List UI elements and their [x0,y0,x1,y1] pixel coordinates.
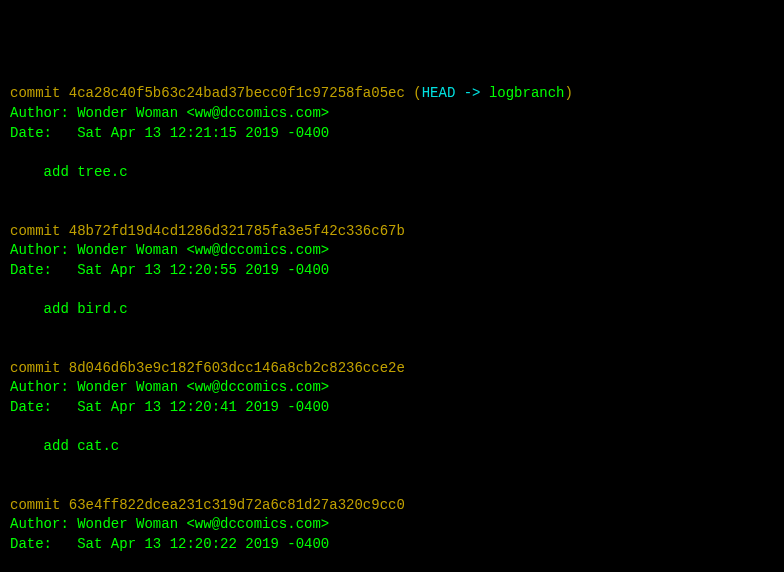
date-prefix: Date: [10,125,77,141]
date-prefix: Date: [10,399,77,415]
commit-message: add bird.c [10,301,128,317]
date-line: Date: Sat Apr 13 12:20:41 2019 -0400 [10,399,329,415]
date-value: Sat Apr 13 12:20:55 2019 -0400 [77,262,329,278]
author-line: Author: Wonder Woman <ww@dccomics.com> [10,242,329,258]
date-prefix: Date: [10,536,77,552]
commit-entry: commit 48b72fd19d4cd1286d321785fa3e5f42c… [10,222,774,340]
commit-prefix: commit [10,85,69,101]
author-value: Wonder Woman <ww@dccomics.com> [77,516,329,532]
date-line: Date: Sat Apr 13 12:21:15 2019 -0400 [10,125,329,141]
date-line: Date: Sat Apr 13 12:20:55 2019 -0400 [10,262,329,278]
commit-prefix: commit [10,223,69,239]
date-value: Sat Apr 13 12:20:41 2019 -0400 [77,399,329,415]
commit-line: commit 8d046d6b3e9c182f603dcc146a8cb2c82… [10,360,405,376]
commit-line: commit 4ca28c40f5b63c24bad37becc0f1c9725… [10,85,405,101]
commit-entry: commit 63e4ff822dcea231c319d72a6c81d27a3… [10,496,774,572]
commit-prefix: commit [10,360,69,376]
author-prefix: Author: [10,105,77,121]
author-line: Author: Wonder Woman <ww@dccomics.com> [10,379,329,395]
author-prefix: Author: [10,516,77,532]
commit-hash: 4ca28c40f5b63c24bad37becc0f1c97258fa05ec [69,85,405,101]
commit-hash: 63e4ff822dcea231c319d72a6c81d27a320c9cc0 [69,497,405,513]
commit-message: add tree.c [10,164,128,180]
commit-message: add cat.c [10,438,119,454]
author-value: Wonder Woman <ww@dccomics.com> [77,105,329,121]
date-value: Sat Apr 13 12:21:15 2019 -0400 [77,125,329,141]
head-ref: (HEAD -> logbranch) [405,85,573,101]
head-branch: logbranch [489,85,565,101]
commit-line: commit 48b72fd19d4cd1286d321785fa3e5f42c… [10,223,405,239]
commit-entry: commit 4ca28c40f5b63c24bad37becc0f1c9725… [10,84,774,202]
commit-prefix: commit [10,497,69,513]
author-prefix: Author: [10,242,77,258]
git-log-output: commit 4ca28c40f5b63c24bad37becc0f1c9725… [10,65,774,572]
date-line: Date: Sat Apr 13 12:20:22 2019 -0400 [10,536,329,552]
author-line: Author: Wonder Woman <ww@dccomics.com> [10,516,329,532]
author-value: Wonder Woman <ww@dccomics.com> [77,379,329,395]
author-line: Author: Wonder Woman <ww@dccomics.com> [10,105,329,121]
date-value: Sat Apr 13 12:20:22 2019 -0400 [77,536,329,552]
commit-hash: 8d046d6b3e9c182f603dcc146a8cb2c8236cce2e [69,360,405,376]
commit-hash: 48b72fd19d4cd1286d321785fa3e5f42c336c67b [69,223,405,239]
commit-line: commit 63e4ff822dcea231c319d72a6c81d27a3… [10,497,405,513]
date-prefix: Date: [10,262,77,278]
author-prefix: Author: [10,379,77,395]
author-value: Wonder Woman <ww@dccomics.com> [77,242,329,258]
commit-entry: commit 8d046d6b3e9c182f603dcc146a8cb2c82… [10,359,774,477]
